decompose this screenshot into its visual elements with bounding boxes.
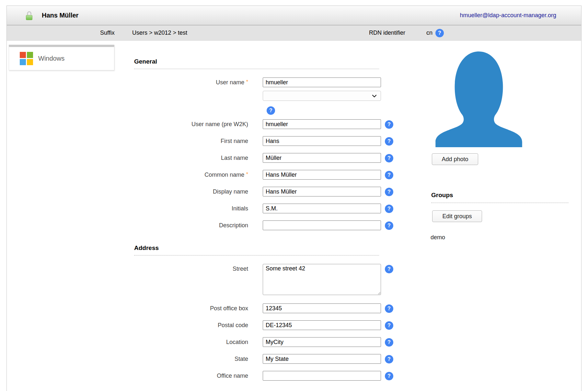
rdn-identifier-label: RDN identifier xyxy=(369,30,405,36)
user-name-input[interactable] xyxy=(263,77,381,87)
section-heading-address: Address xyxy=(134,244,379,255)
required-marker: * xyxy=(246,79,248,85)
help-icon-location[interactable]: ? xyxy=(385,338,393,347)
help-icon-user-name[interactable]: ? xyxy=(267,106,275,115)
windows-logo-icon xyxy=(20,52,33,65)
field-postal-code-label: Postal code xyxy=(134,320,248,329)
tab-windows-label: Windows xyxy=(38,55,64,62)
field-first-name-label: First name xyxy=(134,136,248,145)
group-member-list: demo xyxy=(431,234,445,243)
field-initials-label: Initials xyxy=(134,204,248,212)
description-input[interactable] xyxy=(263,220,381,230)
post-office-box-input[interactable] xyxy=(263,303,381,313)
last-name-input[interactable] xyxy=(263,153,381,163)
help-icon-state[interactable]: ? xyxy=(385,355,393,363)
help-icon-first-name[interactable]: ? xyxy=(385,137,393,146)
field-location-label: Location xyxy=(134,337,248,346)
field-state-label: State xyxy=(134,354,248,362)
display-name-input[interactable] xyxy=(263,187,381,196)
common-name-input[interactable] xyxy=(263,170,381,180)
help-icon-user-name-pre-w2k[interactable]: ? xyxy=(385,120,393,129)
field-description-label: Description xyxy=(134,220,248,229)
user-name-pre-w2k-input[interactable] xyxy=(263,119,381,129)
office-name-input[interactable] xyxy=(263,371,381,381)
chevron-down-icon xyxy=(372,95,377,98)
suffix-label: Suffix xyxy=(100,30,115,36)
first-name-input[interactable] xyxy=(263,136,381,146)
field-street-label: Street xyxy=(134,264,248,272)
field-user-name-label: User name* xyxy=(134,77,248,86)
edit-groups-button[interactable]: Edit groups xyxy=(432,210,482,222)
state-input[interactable] xyxy=(263,354,381,364)
rdn-identifier-value: cn xyxy=(426,30,432,36)
field-common-name-label: Common name* xyxy=(134,170,248,178)
street-input[interactable] xyxy=(263,264,381,295)
address-section: Street?Post office box?Postal code?Locat… xyxy=(134,264,393,381)
breadcrumb: Users > w2012 > test xyxy=(132,30,187,36)
group-member: demo xyxy=(431,234,445,241)
field-display-name-label: Display name xyxy=(134,187,248,195)
help-icon-office-name[interactable]: ? xyxy=(385,372,393,380)
field-user-name-pre-w2k-label: User name (pre W2K) xyxy=(134,119,248,128)
help-icon-last-name[interactable]: ? xyxy=(385,154,393,162)
help-icon-postal-code[interactable]: ? xyxy=(385,321,393,330)
location-input[interactable] xyxy=(263,337,381,347)
field-office-name-label: Office name xyxy=(134,371,248,379)
rdn-help-icon[interactable]: ? xyxy=(435,29,444,37)
help-icon-common-name[interactable]: ? xyxy=(385,171,393,179)
header: Hans Müller hmueller@ldap-account-manage… xyxy=(7,6,581,25)
account-form: General User name*?User name (pre W2K)?F… xyxy=(134,58,393,388)
required-marker: * xyxy=(246,171,248,177)
content-area: Windows General User name*?User name (pr… xyxy=(7,41,581,391)
field-post-office-box-label: Post office box xyxy=(134,303,248,312)
user-name-suggestion-select[interactable] xyxy=(263,91,381,101)
postal-code-input[interactable] xyxy=(263,320,381,330)
suffix-bar: Suffix Users > w2012 > test RDN identifi… xyxy=(7,25,581,41)
account-editor-window: Hans Müller hmueller@ldap-account-manage… xyxy=(6,6,582,391)
add-photo-button[interactable]: Add photo xyxy=(432,153,478,165)
unlocked-lock-icon xyxy=(25,10,33,21)
user-photo-placeholder xyxy=(435,50,522,148)
section-heading-groups: Groups xyxy=(431,192,569,203)
account-email-link[interactable]: hmueller@ldap-account-manager.org xyxy=(460,12,556,19)
help-icon-display-name[interactable]: ? xyxy=(385,188,393,196)
section-heading-general: General xyxy=(134,58,379,69)
general-section: User name*?User name (pre W2K)?First nam… xyxy=(134,77,393,230)
initials-input[interactable] xyxy=(263,204,381,213)
help-icon-street[interactable]: ? xyxy=(385,265,393,273)
help-icon-post-office-box[interactable]: ? xyxy=(385,304,393,313)
field-last-name-label: Last name xyxy=(134,153,248,161)
tab-windows[interactable]: Windows xyxy=(9,45,114,70)
help-icon-description[interactable]: ? xyxy=(385,221,393,230)
page-title: Hans Müller xyxy=(42,12,78,19)
help-icon-initials[interactable]: ? xyxy=(385,205,393,213)
